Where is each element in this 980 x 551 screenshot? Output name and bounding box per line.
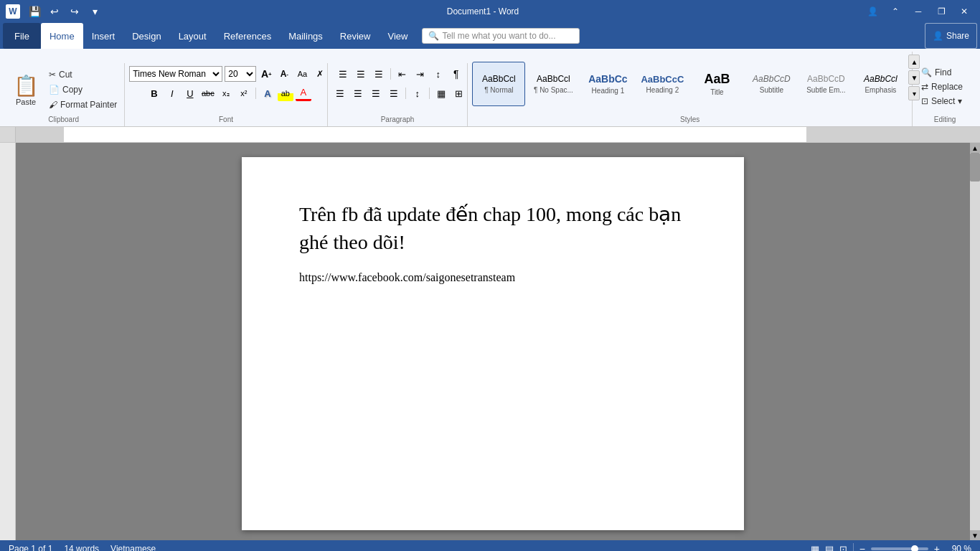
underline-button[interactable]: U [182, 85, 198, 101]
ribbon-collapse-button[interactable]: ⌃ [885, 1, 905, 22]
text-effect-button[interactable]: A [260, 85, 275, 101]
view-web-button[interactable]: ⊡ [839, 544, 847, 552]
superscript-button[interactable]: x² [236, 85, 252, 101]
style-title[interactable]: AaB Title [690, 62, 743, 106]
quick-access-dropdown[interactable]: ▾ [86, 3, 103, 20]
menu-layout[interactable]: Layout [170, 23, 215, 49]
style-normal[interactable]: AaBbCcl ¶ Normal [472, 62, 525, 106]
align-center-button[interactable]: ☰ [350, 85, 366, 101]
borders-button[interactable]: ⊞ [451, 85, 467, 101]
change-case-button[interactable]: Aa [294, 66, 310, 82]
restore-button[interactable]: ❐ [931, 1, 951, 22]
sort-button[interactable]: ↕ [430, 66, 446, 82]
save-button[interactable]: 💾 [26, 3, 43, 20]
copy-button[interactable]: 📄 Copy [46, 83, 120, 97]
styles-group: AaBbCcl ¶ Normal AaBbCcl ¶ No Spac... Aa… [468, 52, 913, 126]
numbering-button[interactable]: ☰ [353, 66, 369, 82]
replace-icon: ⇄ [921, 82, 928, 92]
replace-button[interactable]: ⇄ Replace [917, 80, 967, 93]
menu-file[interactable]: File [3, 23, 41, 49]
increase-font-button[interactable]: A+ [258, 66, 274, 82]
style-emphasis-preview: AaBbCcl [864, 74, 897, 84]
zoom-slider[interactable] [871, 547, 928, 550]
scrollbar[interactable]: ▲ ▼ [970, 143, 980, 540]
document-area[interactable]: Trên fb đã update đến chap 100, mong các… [16, 143, 970, 540]
line-spacing-button[interactable]: ↕ [410, 85, 425, 101]
style-normal-preview: AaBbCcl [482, 74, 516, 84]
style-no-spacing[interactable]: AaBbCcl ¶ No Spac... [527, 62, 580, 106]
align-left-button[interactable]: ☰ [332, 85, 348, 101]
undo-button[interactable]: ↩ [46, 3, 63, 20]
document-heading[interactable]: Trên fb đã update đến chap 100, mong các… [299, 200, 687, 256]
paragraph-label: Paragraph [328, 116, 468, 123]
scroll-up-button[interactable]: ▲ [970, 143, 980, 153]
font-name-select[interactable]: Times New Roman Arial Calibri [129, 66, 222, 82]
clear-format-button[interactable]: ✗ [312, 66, 328, 82]
menu-references[interactable]: References [215, 23, 280, 49]
increase-indent-button[interactable]: ⇥ [413, 66, 428, 82]
font-row-2: B I U abc x₂ x² A ab A [146, 85, 311, 103]
scroll-track[interactable] [970, 153, 980, 530]
close-button[interactable]: ✕ [954, 1, 974, 22]
help-area: 🔍 Tell me what you want to do... [416, 23, 925, 49]
style-title-preview: AaB [704, 72, 730, 88]
scroll-thumb[interactable] [970, 153, 980, 182]
help-placeholder: Tell me what you want to do... [442, 31, 555, 41]
paste-label: Paste [16, 98, 36, 106]
font-group: Times New Roman Arial Calibri 20 12 14 1… [125, 63, 327, 126]
help-input[interactable]: 🔍 Tell me what you want to do... [422, 28, 580, 44]
zoom-in-button[interactable]: + [934, 543, 940, 551]
style-heading2-preview: AaBbCcC [641, 74, 684, 85]
quick-access-toolbar: 💾 ↩ ↪ ▾ [26, 3, 103, 20]
menu-review[interactable]: Review [331, 23, 380, 49]
show-hide-button[interactable]: ¶ [448, 66, 464, 82]
bold-button[interactable]: B [146, 85, 162, 101]
style-heading1[interactable]: AaBbCc Heading 1 [581, 62, 634, 106]
clipboard-label: Clipboard [3, 116, 124, 123]
text-color-button[interactable]: A [296, 85, 311, 101]
find-button[interactable]: 🔍 Find [917, 66, 967, 79]
subscript-button[interactable]: x₂ [218, 85, 234, 101]
redo-button[interactable]: ↪ [66, 3, 83, 20]
shading-button[interactable]: ▦ [433, 85, 449, 101]
status-bar: Page 1 of 1 14 words Vietnamese ▦ ▤ ⊡ − … [0, 540, 980, 551]
menu-design[interactable]: Design [123, 23, 169, 49]
font-label: Font [125, 116, 326, 123]
menu-insert[interactable]: Insert [83, 23, 124, 49]
document-page[interactable]: Trên fb đã update đến chap 100, mong các… [242, 157, 744, 530]
bullets-button[interactable]: ☰ [335, 66, 351, 82]
multilevel-button[interactable]: ☰ [371, 66, 387, 82]
title-controls: 👤 ⌃ ─ ❐ ✕ [862, 1, 974, 22]
menu-view[interactable]: View [379, 23, 416, 49]
strikethrough-button[interactable]: abc [200, 85, 216, 101]
zoom-out-button[interactable]: − [859, 543, 865, 551]
share-button[interactable]: 👤 Share [925, 23, 977, 49]
document-body[interactable]: https://www.facebook.com/saigonesetranst… [299, 269, 687, 286]
cut-button[interactable]: ✂ Cut [46, 67, 120, 82]
menu-mailings[interactable]: Mailings [280, 23, 331, 49]
paste-button[interactable]: 📋 Paste [7, 68, 44, 111]
scroll-down-button[interactable]: ▼ [970, 530, 980, 540]
decrease-font-button[interactable]: A- [276, 66, 292, 82]
view-normal-button[interactable]: ▦ [811, 544, 819, 552]
minimize-button[interactable]: ─ [908, 1, 928, 22]
justify-button[interactable]: ☰ [386, 85, 402, 101]
style-subtitle[interactable]: AaBbCcD Subtitle [745, 62, 798, 106]
italic-button[interactable]: I [164, 85, 180, 101]
style-emphasis[interactable]: AaBbCcl Emphasis [854, 62, 907, 106]
zoom-thumb[interactable] [911, 545, 918, 551]
copy-icon: 📄 [49, 85, 60, 95]
text-highlight-button[interactable]: ab [278, 85, 293, 101]
font-size-select[interactable]: 20 12 14 16 18 24 [225, 66, 256, 82]
select-button[interactable]: ⊡ Select ▾ [917, 95, 967, 108]
status-left: Page 1 of 1 14 words Vietnamese [9, 544, 156, 551]
decrease-indent-button[interactable]: ⇤ [395, 66, 410, 82]
view-layout-button[interactable]: ▤ [825, 544, 834, 552]
format-painter-button[interactable]: 🖌 Format Painter [46, 98, 120, 112]
align-right-button[interactable]: ☰ [368, 85, 384, 101]
divider [429, 88, 430, 99]
menu-home[interactable]: Home [41, 23, 83, 49]
style-subtle-emphasis[interactable]: AaBbCcD Subtle Em... [799, 62, 852, 106]
profile-button[interactable]: 👤 [862, 1, 882, 22]
style-heading2[interactable]: AaBbCcC Heading 2 [636, 62, 689, 106]
